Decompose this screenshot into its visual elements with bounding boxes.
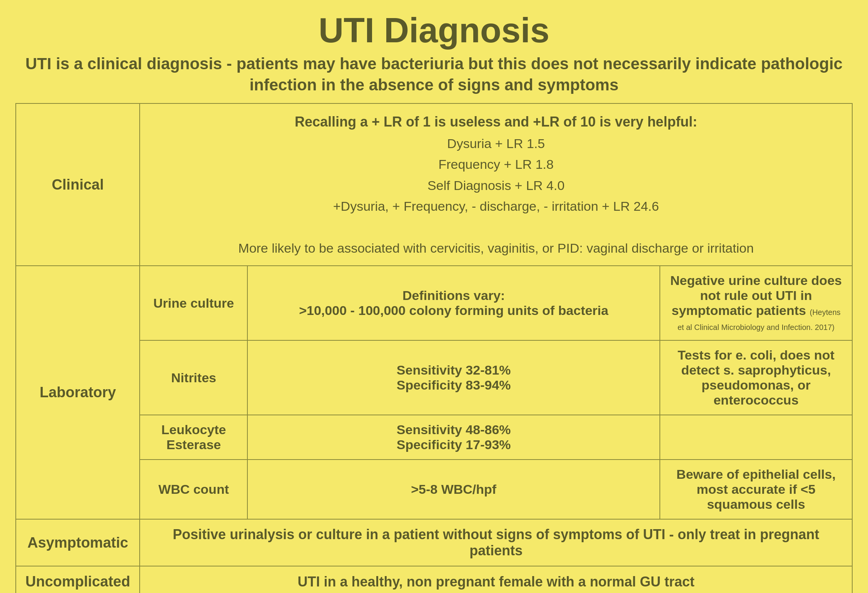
clinical-line-4: +Dysuria, + Frequency, - discharge, - ir… [149,196,843,217]
clinical-note: More likely to be associated with cervic… [149,238,843,258]
lab-row-3: Leukocyte Esterase Sensitivity 48-86% Sp… [16,415,852,460]
lab-leukocyte-right [660,415,852,460]
subtitle: UTI is a clinical diagnosis - patients m… [15,53,853,95]
lab-wbc-right: Beware of epithelial cells, most accurat… [660,460,852,519]
clinical-content: Recalling a + LR of 1 is useless and +LR… [140,103,852,266]
lab-nitrites-header: Nitrites [140,340,247,415]
uncomplicated-row: Uncomplicated UTI in a healthy, non preg… [16,566,852,593]
lab-wbc-center: >5-8 WBC/hpf [247,460,660,519]
lab-urine-culture-center: Definitions vary: >10,000 - 100,000 colo… [247,266,660,340]
uncomplicated-header: Uncomplicated [16,566,140,593]
asymptomatic-row: Asymptomatic Positive urinalysis or cult… [16,519,852,566]
clinical-line-1: Dysuria + LR 1.5 [149,133,843,154]
lab-row-4: WBC count >5-8 WBC/hpf Beware of epithel… [16,460,852,519]
lab-row-1: Laboratory Urine culture Definitions var… [16,266,852,340]
clinical-header: Clinical [16,103,140,266]
lab-header: Laboratory [16,266,140,519]
lab-urine-culture-right: Negative urine culture does not rule out… [660,266,852,340]
lab-nitrites-right: Tests for e. coli, does not detect s. sa… [660,340,852,415]
lab-urine-culture-header: Urine culture [140,266,247,340]
lab-wbc-header: WBC count [140,460,247,519]
clinical-line-2: Frequency + LR 1.8 [149,154,843,175]
uncomplicated-content: UTI in a healthy, non pregnant female wi… [140,566,852,593]
lab-leukocyte-center: Sensitivity 48-86% Specificity 17-93% [247,415,660,460]
lab-row-2: Nitrites Sensitivity 32-81% Specificity … [16,340,852,415]
page-container: UTI Diagnosis UTI is a clinical diagnosi… [0,0,868,593]
main-title: UTI Diagnosis [15,12,853,50]
asymptomatic-header: Asymptomatic [16,519,140,566]
clinical-line-3: Self Diagnosis + LR 4.0 [149,175,843,196]
lab-nitrites-center: Sensitivity 32-81% Specificity 83-94% [247,340,660,415]
main-table: Clinical Recalling a + LR of 1 is useles… [15,103,853,593]
clinical-row: Clinical Recalling a + LR of 1 is useles… [16,103,852,266]
clinical-bold-line: Recalling a + LR of 1 is useless and +LR… [149,111,843,133]
asymptomatic-content: Positive urinalysis or culture in a pati… [140,519,852,566]
lab-leukocyte-header: Leukocyte Esterase [140,415,247,460]
